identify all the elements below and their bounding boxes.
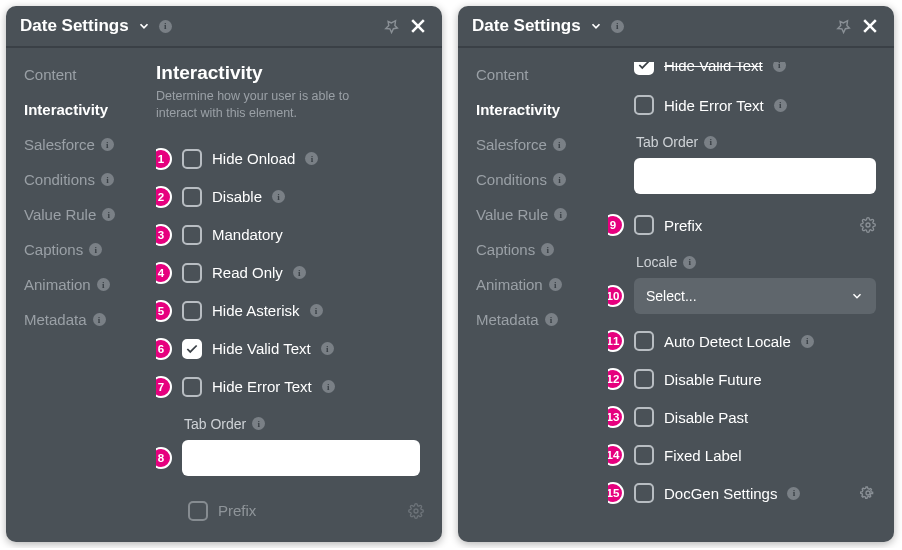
sidebar-item-label: Content <box>24 66 77 83</box>
sidebar-item-label: Captions <box>24 241 83 258</box>
sidebar-item-animation[interactable]: Animationi <box>24 276 156 293</box>
info-icon[interactable]: i <box>322 380 335 393</box>
info-icon[interactable]: i <box>553 173 566 186</box>
info-icon[interactable]: i <box>102 208 115 221</box>
option-row: 5Hide Asteriski <box>156 292 430 330</box>
info-icon[interactable]: i <box>97 278 110 291</box>
sidebar-item-salesforce[interactable]: Salesforcei <box>24 136 156 153</box>
option-label: Mandatory <box>212 226 283 243</box>
tab-order-input[interactable] <box>182 440 420 476</box>
disable-checkbox[interactable] <box>182 187 202 207</box>
info-icon[interactable]: i <box>773 62 786 72</box>
option-row: 12Disable Future <box>608 360 882 398</box>
tab-order-input[interactable] <box>634 158 876 194</box>
hide-valid-text-checkbox[interactable] <box>182 339 202 359</box>
sidebar-item-captions[interactable]: Captionsi <box>24 241 156 258</box>
close-icon[interactable] <box>860 16 880 36</box>
info-icon[interactable]: i <box>293 266 306 279</box>
pin-icon[interactable] <box>383 18 400 35</box>
settings-panel-1: Date Settings i ContentInteractivitySale… <box>6 6 442 542</box>
panel-title[interactable]: Date Settings <box>472 16 581 36</box>
sidebar-item-label: Content <box>476 66 529 83</box>
info-icon[interactable]: i <box>159 20 172 33</box>
info-icon[interactable]: i <box>305 152 318 165</box>
sidebar-item-captions[interactable]: Captionsi <box>476 241 608 258</box>
info-icon[interactable]: i <box>93 313 106 326</box>
info-icon[interactable]: i <box>252 417 265 430</box>
callout-marker: 12 <box>608 368 624 390</box>
sidebar-item-content[interactable]: Content <box>476 66 608 83</box>
sidebar-item-animation[interactable]: Animationi <box>476 276 608 293</box>
gear-icon[interactable] <box>408 503 424 519</box>
info-icon[interactable]: i <box>704 136 717 149</box>
option-label: Disable Past <box>664 409 748 426</box>
callout-marker: 5 <box>156 300 172 322</box>
option-row: 7Hide Error Texti <box>156 368 430 406</box>
pin-icon[interactable] <box>835 18 852 35</box>
info-icon[interactable]: i <box>321 342 334 355</box>
info-icon[interactable]: i <box>554 208 567 221</box>
info-icon[interactable]: i <box>272 190 285 203</box>
panel-header: Date Settings i <box>6 6 442 48</box>
sidebar-item-value-rule[interactable]: Value Rulei <box>476 206 608 223</box>
chevron-down-icon[interactable] <box>589 19 603 33</box>
sidebar-item-label: Interactivity <box>476 101 560 118</box>
info-icon[interactable]: i <box>683 256 696 269</box>
callout-marker: 11 <box>608 330 624 352</box>
prefix-checkbox[interactable] <box>188 501 208 521</box>
sidebar-item-label: Value Rule <box>476 206 548 223</box>
panel-header: Date Settings i <box>458 6 894 48</box>
mandatory-checkbox[interactable] <box>182 225 202 245</box>
svg-point-6 <box>866 491 870 495</box>
info-icon[interactable]: i <box>310 304 323 317</box>
locale-select-value: Select... <box>646 288 697 304</box>
hide-valid-text-checkbox[interactable] <box>634 62 654 75</box>
sidebar-item-interactivity[interactable]: Interactivity <box>24 101 156 118</box>
hide-error-text-checkbox[interactable] <box>634 95 654 115</box>
info-icon[interactable]: i <box>101 138 114 151</box>
callout-marker: 1 <box>156 148 172 170</box>
close-icon[interactable] <box>408 16 428 36</box>
info-icon[interactable]: i <box>801 335 814 348</box>
hide-onload-checkbox[interactable] <box>182 149 202 169</box>
sidebar-item-metadata[interactable]: Metadatai <box>476 311 608 328</box>
sidebar: ContentInteractivitySalesforceiCondition… <box>458 48 608 542</box>
option-row: 6Hide Valid Texti <box>156 330 430 368</box>
tab-order-label: Tab Order <box>636 134 698 150</box>
option-label: DocGen Settings <box>664 485 777 502</box>
disable-past-checkbox[interactable] <box>634 407 654 427</box>
gear-icon[interactable] <box>860 485 876 501</box>
sidebar-item-conditions[interactable]: Conditionsi <box>476 171 608 188</box>
settings-panel-2: Date Settings i ContentInteractivitySale… <box>458 6 894 542</box>
info-icon[interactable]: i <box>611 20 624 33</box>
gear-icon[interactable] <box>860 217 876 233</box>
disable-future-checkbox[interactable] <box>634 369 654 389</box>
locale-select[interactable]: Select... <box>634 278 876 314</box>
sidebar-item-metadata[interactable]: Metadatai <box>24 311 156 328</box>
sidebar-item-salesforce[interactable]: Salesforcei <box>476 136 608 153</box>
sidebar-item-interactivity[interactable]: Interactivity <box>476 101 608 118</box>
sidebar-item-label: Metadata <box>24 311 87 328</box>
sidebar-item-conditions[interactable]: Conditionsi <box>24 171 156 188</box>
section-desc: Determine how your user is able to inter… <box>156 88 386 122</box>
hide-error-text-checkbox[interactable] <box>182 377 202 397</box>
panel-title[interactable]: Date Settings <box>20 16 129 36</box>
chevron-down-icon[interactable] <box>137 19 151 33</box>
info-icon[interactable]: i <box>101 173 114 186</box>
info-icon[interactable]: i <box>549 278 562 291</box>
prefix-checkbox[interactable] <box>634 215 654 235</box>
sidebar-item-value-rule[interactable]: Value Rulei <box>24 206 156 223</box>
docgen-settings-checkbox[interactable] <box>634 483 654 503</box>
auto-detect-locale-checkbox[interactable] <box>634 331 654 351</box>
info-icon[interactable]: i <box>787 487 800 500</box>
info-icon[interactable]: i <box>545 313 558 326</box>
info-icon[interactable]: i <box>774 99 787 112</box>
info-icon[interactable]: i <box>89 243 102 256</box>
fixed-label-checkbox[interactable] <box>634 445 654 465</box>
option-label: Hide Valid Text <box>212 340 311 357</box>
info-icon[interactable]: i <box>553 138 566 151</box>
sidebar-item-content[interactable]: Content <box>24 66 156 83</box>
read-only-checkbox[interactable] <box>182 263 202 283</box>
hide-asterisk-checkbox[interactable] <box>182 301 202 321</box>
info-icon[interactable]: i <box>541 243 554 256</box>
